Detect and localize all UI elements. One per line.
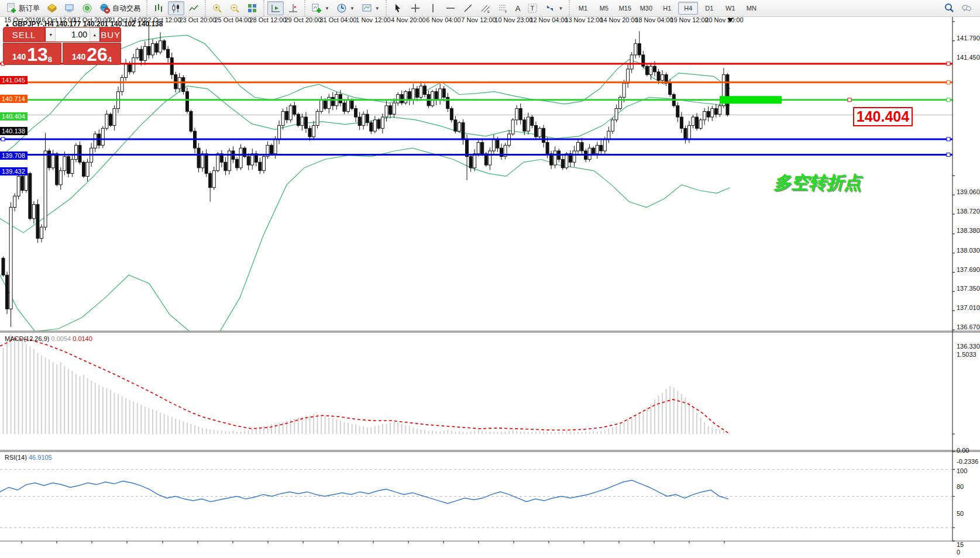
- chart-shift-button[interactable]: [285, 1, 301, 15]
- templates-button[interactable]: ▼: [359, 1, 383, 15]
- autotrading-label: 自动交易: [112, 4, 140, 13]
- text-tool-button[interactable]: A: [513, 1, 524, 15]
- price-callout-label[interactable]: 140.404: [853, 107, 913, 126]
- rsi-axis-label: 15: [957, 541, 964, 548]
- time-axis-label: 28 Oct 12:00: [250, 16, 287, 23]
- crosshair-tool-button[interactable]: [407, 1, 424, 15]
- time-axis-label: 7 Nov 12:00: [461, 16, 496, 23]
- timeframe-button-m1[interactable]: M1: [573, 2, 593, 15]
- mt4-window: 新订单 自动交易: [0, 0, 980, 558]
- timeframe-button-w1[interactable]: W1: [720, 2, 740, 15]
- time-axis-label: 29 Oct 20:00: [285, 16, 322, 23]
- sell-price[interactable]: 140138: [3, 43, 61, 65]
- macd-axis-min: -0.2336: [957, 458, 978, 465]
- channel-tool-button[interactable]: E: [477, 1, 494, 15]
- new-order-button[interactable]: 新订单: [3, 1, 43, 15]
- bar-chart-button[interactable]: [150, 1, 167, 15]
- horizontal-line-icon: [445, 3, 456, 13]
- vertical-line-tool-button[interactable]: [425, 1, 441, 15]
- price-tick-label: 137.350: [957, 285, 980, 292]
- chart-area[interactable]: ▲GBPJPY-,H4 140.177 140.201 140.102 140.…: [0, 16, 980, 558]
- text-tool-icon: A: [515, 5, 521, 12]
- zoom-in-icon: [212, 3, 222, 13]
- zoom-out-icon: [229, 3, 240, 13]
- signals-button[interactable]: [79, 1, 95, 15]
- chinese-annotation-text[interactable]: 多空转折点: [773, 171, 861, 195]
- chart-canvas[interactable]: [0, 16, 980, 558]
- autotrading-button[interactable]: 自动交易: [97, 1, 143, 15]
- one-click-trade-panel: SELL ▼ ▲ BUY 140138 140264: [3, 27, 121, 65]
- price-tick-label: 137.690: [957, 266, 980, 273]
- timeframe-button-h1[interactable]: H1: [657, 2, 677, 15]
- time-axis-label: 19 Nov 12:00: [670, 16, 708, 23]
- bollinger-bands: [0, 35, 730, 337]
- svg-text:F: F: [505, 10, 507, 13]
- candlestick-chart-button[interactable]: [168, 1, 184, 15]
- buy-price[interactable]: 140264: [63, 43, 121, 65]
- new-order-icon: [6, 3, 16, 13]
- line-chart-button[interactable]: [185, 1, 202, 15]
- rsi-pane: [0, 452, 955, 541]
- zoom-in-button[interactable]: [209, 1, 225, 15]
- toolbar-group-right: [940, 1, 980, 15]
- label-tool-button[interactable]: T: [524, 1, 541, 15]
- toolbar-group-scroll: [263, 0, 304, 16]
- timeframe-button-m15[interactable]: M15: [615, 2, 635, 15]
- macd-pane: [0, 334, 955, 434]
- macd-axis-max: 1.5033: [957, 351, 976, 358]
- rsi-axis-label: 50: [957, 510, 964, 517]
- sell-button[interactable]: SELL: [3, 27, 45, 42]
- toolbar: 新订单 自动交易: [0, 0, 980, 17]
- zoom-out-button[interactable]: [226, 1, 243, 15]
- market-watch-button[interactable]: [61, 1, 78, 15]
- indicators-button[interactable]: ▼: [308, 1, 332, 15]
- horizontal-line-140404[interactable]: [0, 98, 953, 102]
- signal-icon: [82, 3, 92, 13]
- metaeditor-icon: [47, 3, 57, 13]
- rsi-title: RSI(14) 46.9105: [5, 454, 52, 461]
- metaeditor-button[interactable]: [44, 1, 60, 15]
- fibonacci-tool-button[interactable]: F: [495, 1, 511, 15]
- horizontal-line-141045[interactable]: [0, 62, 953, 66]
- horizontal-line-139708[interactable]: [0, 137, 953, 141]
- svg-text:T: T: [531, 5, 535, 12]
- axis-price-box-139432: 139.432: [0, 167, 27, 175]
- cursor-tool-button[interactable]: [390, 1, 406, 15]
- horizontal-line-140714[interactable]: [0, 81, 953, 84]
- timeframe-button-d1[interactable]: D1: [699, 2, 719, 15]
- axis-price-box-139708: 139.708: [0, 151, 27, 160]
- templates-caret-icon: ▼: [375, 6, 380, 11]
- macd-title: MACD(12,26,9) 0.0054 0.0140: [5, 335, 92, 342]
- macd-main-value: 0.0054: [51, 335, 71, 342]
- volume-increase-button[interactable]: ▲: [90, 27, 99, 42]
- community-chat-button[interactable]: [958, 1, 975, 15]
- timeframe-button-m30[interactable]: M30: [636, 2, 656, 15]
- periods-button[interactable]: ▼: [333, 1, 357, 15]
- volume-box: ▼ ▲: [45, 27, 100, 42]
- toolbar-group-zoom: [205, 0, 263, 16]
- auto-scroll-button[interactable]: [267, 1, 284, 15]
- templates-icon: [362, 3, 372, 13]
- timeframe-button-mn[interactable]: MN: [741, 2, 761, 15]
- tile-windows-button[interactable]: [244, 1, 260, 15]
- timeframe-button-h4[interactable]: H4: [678, 2, 698, 15]
- volume-decrease-button[interactable]: ▼: [46, 27, 56, 42]
- horizontal-line-tool-button[interactable]: [442, 1, 459, 15]
- price-tick-label: 138.380: [957, 227, 980, 234]
- buy-button[interactable]: BUY: [100, 27, 121, 42]
- timeframe-button-m5[interactable]: M5: [594, 2, 614, 15]
- svg-text:E: E: [487, 10, 490, 13]
- time-axis-label: 18 Nov 04:00: [635, 16, 673, 23]
- macd-axis-zero: 0.00: [957, 447, 969, 454]
- toolbar-group-chart-type: [146, 0, 205, 16]
- price-tick-label: 141.450: [957, 54, 980, 61]
- crosshair-icon: [410, 3, 421, 13]
- indicators-icon: [311, 3, 322, 13]
- arrows-tool-button[interactable]: ▼: [542, 1, 566, 15]
- search-button[interactable]: [941, 1, 957, 15]
- volume-input[interactable]: [56, 27, 90, 42]
- price-tick-label: 139.060: [957, 188, 980, 195]
- axis-price-box-current: 140.138: [0, 127, 27, 135]
- trendline-tool-button[interactable]: [460, 1, 476, 15]
- toolbar-group-trade: 新订单 自动交易: [0, 0, 146, 16]
